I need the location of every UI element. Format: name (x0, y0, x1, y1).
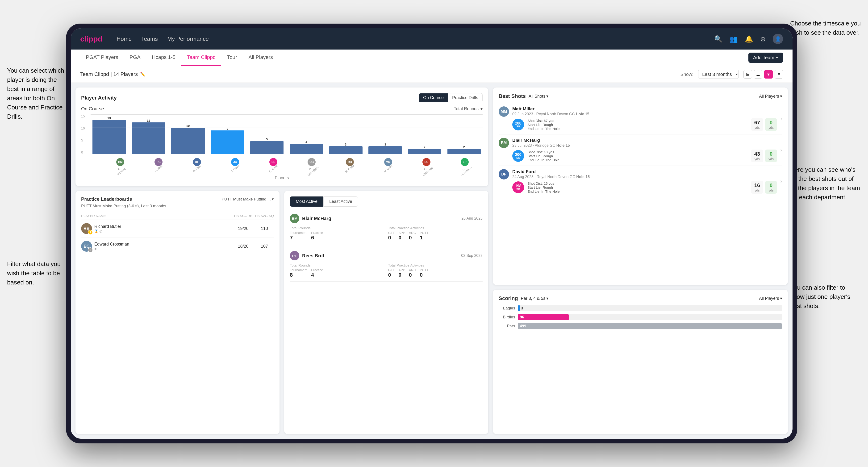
total-rounds-label-1: Total Rounds (290, 226, 384, 230)
timescale-dropdown[interactable]: Last 3 months Last 6 months Last year (698, 70, 739, 79)
rounds-section-2: Total Rounds Tournament 8 Practice (290, 263, 384, 278)
team-header: Team Clippd | 14 Players ✏️ Show: Last 3… (71, 66, 793, 83)
shot-badge-df: 198 SG (512, 181, 524, 193)
bar-r-britt: 12 (130, 115, 167, 154)
bar-j-coles: 9 (209, 115, 246, 154)
practice-avg-2: 107 (255, 244, 274, 249)
bar-r-butler: 3 (327, 115, 364, 154)
edit-icon[interactable]: ✏️ (140, 72, 145, 77)
shot-text-mm: Shot Dist: 67 yds Start Lie: Rough End L… (527, 119, 559, 131)
on-course-toggle[interactable]: On Course (419, 93, 448, 102)
tab-tour[interactable]: Tour (221, 50, 243, 66)
shot-stat-dist-bm: 43 yds (751, 150, 763, 162)
x-axis-label: Players (81, 176, 483, 181)
shot-meta-mm: 09 Jun 2023 · Royal North Devon GC Hole … (512, 112, 777, 116)
card-view-button[interactable]: ♥ (764, 70, 773, 79)
shot-stats-bm: 43 yds 0 yds (751, 150, 777, 162)
birdies-bar-track: 96 (518, 314, 782, 320)
tab-team-clippd[interactable]: Team Clippd (181, 50, 221, 66)
rounds-section-1: Total Rounds Tournament 7 Practice (290, 226, 384, 241)
shot-avatar-df: DF (499, 169, 509, 180)
nav-teams[interactable]: Teams (141, 36, 158, 42)
bars-area: 13 12 (91, 115, 483, 157)
bar-d-ford: 10 (169, 115, 206, 154)
shot-stat-remain-df: 0 yds (765, 181, 777, 194)
shot-stat-remain-bm: 0 yds (765, 150, 777, 162)
add-team-button[interactable]: Add Team + (748, 53, 783, 63)
bar-chart: 0 5 10 15 (81, 115, 483, 181)
players-filter-dropdown[interactable]: All Players ▾ (759, 94, 782, 99)
gtt-stat-2: GTT 0 (388, 268, 395, 278)
list-view-button[interactable]: ☰ (754, 70, 762, 79)
bar-e-ebert: 5 (248, 115, 285, 154)
active-stats-2: Total Rounds Tournament 8 Practice (290, 263, 483, 278)
tab-pga[interactable]: PGA (124, 50, 146, 66)
shot-david-ford[interactable]: DF David Ford 24 Aug 2023 · Royal North … (499, 166, 782, 197)
arg-stat-2: ARG 0 (409, 268, 416, 278)
activity-toggle: On Course Practice Drills (418, 93, 483, 102)
tab-hcaps[interactable]: Hcaps 1-5 (146, 50, 181, 66)
player-activity-title: Player Activity (81, 95, 117, 101)
show-label: Show: (680, 72, 693, 77)
chart-subheader: On Course Total Rounds ▾ (81, 106, 483, 112)
practice-drills-toggle[interactable]: Practice Drills (448, 93, 483, 102)
scoring-par-filter[interactable]: Par 3, 4 & 5s ▾ (521, 296, 549, 301)
tab-all-players[interactable]: All Players (243, 50, 279, 66)
chevron-down-icon: ▾ (780, 94, 782, 99)
practice-subtitle: PUTT Must Make Putting (3-6 ft), Last 3 … (81, 204, 274, 209)
active-avatar-2: RE (290, 251, 299, 260)
practice-row-1[interactable]: RB 1 Richard Butler 🏅 ① 19/20 110 (81, 220, 274, 238)
bar-e-crossman: 2 (406, 115, 443, 154)
detail-view-button[interactable]: ≡ (775, 70, 783, 79)
nav-home[interactable]: Home (117, 36, 132, 42)
active-name-2: Rees Britt (302, 253, 458, 258)
nav-my-performance[interactable]: My Performance (167, 36, 209, 42)
rounds-row-1: Tournament 7 Practice 6 (290, 231, 384, 241)
practice-stat-2: Practice 4 (311, 268, 323, 278)
annotation-player-selection: You can select which player is doing the… (7, 66, 68, 121)
active-date-2: 02 Sep 2023 (461, 253, 483, 258)
least-active-button[interactable]: Least Active (323, 196, 358, 207)
birdies-label: Birdies (499, 315, 515, 319)
shot-blair-mcharg[interactable]: BM Blair McHarg 23 Jul 2023 · Aldridge G… (499, 134, 782, 166)
scoring-players-filter[interactable]: All Players ▾ (759, 296, 782, 301)
practice-avatar-1: RB 1 (81, 223, 92, 234)
shot-matt-miller[interactable]: MM Matt Miller 09 Jun 2023 · Royal North… (499, 103, 782, 134)
user-avatar[interactable]: 👤 (773, 34, 783, 44)
tablet-device: clippd Home Teams My Performance 🔍 👥 🔔 ⊕… (66, 24, 797, 443)
most-active-button[interactable]: Most Active (290, 196, 323, 207)
view-icons: ⊞ ☰ ♥ ≡ (743, 70, 783, 79)
practice-filter-dropdown[interactable]: PUTT Must Make Putting ... ▾ (222, 197, 274, 201)
gtt-stat-1: GTT 0 (388, 231, 395, 241)
team-header-controls: Show: Last 3 months Last 6 months Last y… (680, 70, 783, 79)
scoring-card: Scoring Par 3, 4 & 5s ▾ All Players ▾ Ea… (493, 290, 788, 434)
rank-badge-1: 1 (88, 230, 93, 235)
tab-pgat-players[interactable]: PGAT Players (80, 50, 124, 66)
chart-filter-dropdown[interactable]: Total Rounds ▾ (454, 106, 483, 112)
shot-chevron-mm: › (780, 115, 782, 122)
shots-filter-dropdown[interactable]: All Shots ▾ (529, 94, 549, 99)
shot-details-df: 198 SG Shot Dist: 16 yds Start Lie: Roug… (512, 181, 777, 194)
avatar-labels-row: BM B. McHarg RB R. Britt DF D. Ford (81, 158, 483, 174)
players-button[interactable]: 👥 (730, 35, 738, 43)
active-stats-1: Total Rounds Tournament 7 Practice (290, 226, 483, 241)
shot-info-mm: Matt Miller 09 Jun 2023 · Royal North De… (512, 106, 777, 131)
chart-subtitle: On Course (81, 106, 104, 112)
main-content: Player Activity On Course Practice Drill… (71, 83, 793, 439)
shot-meta-bm: 23 Jul 2023 · Aldridge GC Hole 15 (512, 144, 777, 148)
player-avatar-ee: EE E. Ebert (255, 158, 291, 174)
shot-chevron-df: › (780, 178, 782, 185)
tournament-stat-1: Tournament 7 (290, 231, 307, 241)
grid-view-button[interactable]: ⊞ (743, 70, 752, 79)
active-player-rees[interactable]: RE Rees Britt 02 Sep 2023 Total Rounds T… (290, 248, 483, 282)
add-button[interactable]: ⊕ (760, 35, 766, 43)
bars-group: 13 12 (91, 115, 483, 157)
active-date-1: 26 Aug 2023 (461, 216, 483, 220)
shot-stat-dist-df: 16 yds (751, 181, 763, 194)
active-player-blair[interactable]: BM Blair McHarg 26 Aug 2023 Total Rounds (290, 210, 483, 244)
search-button[interactable]: 🔍 (714, 35, 722, 43)
chevron-down-icon: ▾ (480, 106, 483, 112)
notifications-button[interactable]: 🔔 (745, 35, 753, 43)
practice-row-2[interactable]: EC 2 Edward Crossman ② 18/20 107 (81, 238, 274, 255)
player-avatar-ob: OB O. Billingham (294, 158, 330, 174)
